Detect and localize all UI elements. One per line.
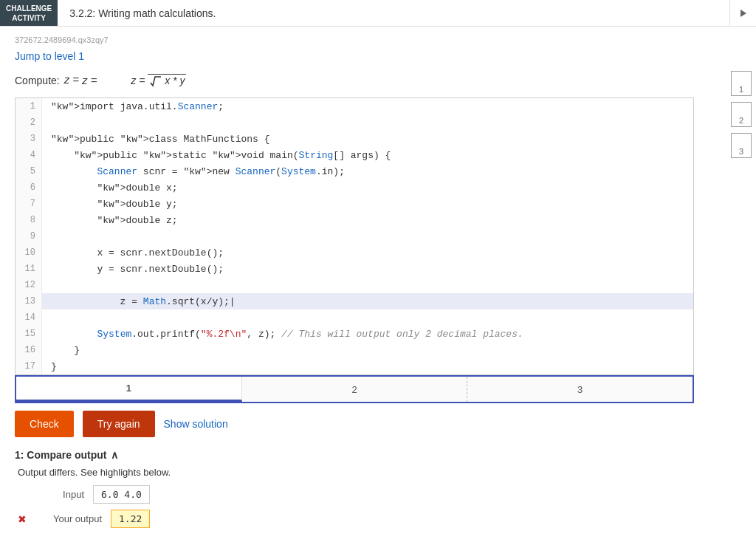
output-differ-msg: Output differs. See highlights below. (18, 467, 741, 478)
line-number: 2 (16, 114, 42, 131)
level-btn-1[interactable]: 1 (731, 71, 752, 96)
line-content[interactable]: y = scnr.nextDouble(); (42, 264, 693, 275)
svg-text:z =: z = (82, 74, 97, 86)
code-editor[interactable]: 1"kw">import java.util.Scanner;23"kw">pu… (15, 97, 694, 375)
challenge-badge: CHALLENGE ACTIVITY (0, 0, 58, 26)
line-content[interactable]: x = scnr.nextDouble(); (42, 247, 693, 258)
sqrt-icon (149, 75, 161, 87)
code-line-6[interactable]: 6 "kw">double x; (16, 179, 693, 196)
compare-header[interactable]: 1: Compare output ∧ (15, 449, 741, 461)
compare-body: Output differs. See highlights below. In… (15, 467, 741, 528)
line-number: 15 (16, 326, 42, 342)
header-bar: CHALLENGE ACTIVITY 3.2.2: Writing math c… (0, 0, 756, 27)
formula-label: Compute: (15, 75, 60, 86)
right-panel: 123 (726, 27, 756, 161)
line-number: 6 (16, 179, 42, 196)
line-content[interactable]: } (42, 345, 693, 356)
code-line-12[interactable]: 12 (16, 277, 693, 293)
test-tab-1[interactable]: 1 (16, 377, 242, 402)
code-line-13[interactable]: 13 z = Math.sqrt(x/y);| (16, 293, 693, 309)
code-line-10[interactable]: 10 x = scnr.nextDouble(); (16, 244, 693, 261)
input-label: Input (18, 489, 84, 500)
code-line-2[interactable]: 2 (16, 114, 693, 131)
test-tab-3[interactable]: 3 (467, 377, 693, 402)
line-content[interactable]: "kw">public "kw">class MathFunctions { (42, 134, 693, 145)
action-row: Check Try again Show solution (15, 411, 741, 437)
line-number: 13 (16, 293, 42, 309)
formula-text: Compute: z = z = z = x * y (15, 72, 741, 89)
compare-header-text: 1: Compare output (15, 449, 106, 461)
code-line-7[interactable]: 7 "kw">double y; (16, 196, 693, 212)
show-solution-button[interactable]: Show solution (164, 418, 228, 430)
line-number: 17 (16, 358, 42, 374)
code-line-11[interactable]: 11 y = scnr.nextDouble(); (16, 261, 693, 277)
compare-section: 1: Compare output ∧ Output differs. See … (15, 449, 741, 528)
header-title: 3.2.2: Writing math calculations. (58, 7, 729, 19)
line-number: 8 (16, 212, 42, 228)
line-content[interactable]: "kw">import java.util.Scanner; (42, 101, 693, 112)
code-line-14[interactable]: 14 (16, 309, 693, 326)
chevron-up-icon: ∧ (111, 449, 118, 461)
input-row: Input 6.0 4.0 (18, 485, 741, 504)
line-content[interactable]: System.out.printf("%.2f\n", z); // This … (42, 329, 693, 340)
line-content[interactable]: Scanner scnr = "kw">new Scanner(System.i… (42, 166, 693, 177)
line-number: 11 (16, 261, 42, 277)
line-content[interactable]: "kw">double z; (42, 215, 693, 226)
output-label: Your output (35, 513, 102, 524)
code-line-15[interactable]: 15 System.out.printf("%.2f\n", z); // Th… (16, 326, 693, 342)
code-line-9[interactable]: 9 (16, 228, 693, 244)
line-number: 14 (16, 309, 42, 326)
code-line-5[interactable]: 5 Scanner scnr = "kw">new Scanner(System… (16, 163, 693, 179)
header-nav-arrow[interactable] (729, 0, 756, 27)
line-number: 1 (16, 98, 42, 114)
line-number: 10 (16, 244, 42, 261)
level-btn-3[interactable]: 3 (731, 133, 752, 158)
line-number: 4 (16, 147, 42, 163)
level-btn-2[interactable]: 2 (731, 102, 752, 127)
input-value: 6.0 4.0 (93, 485, 150, 504)
line-number: 16 (16, 342, 42, 358)
test-tabs: 123 (15, 375, 694, 403)
formula-display: z = x * y (131, 74, 186, 87)
badge-text: CHALLENGE ACTIVITY (6, 4, 52, 23)
check-button[interactable]: Check (15, 411, 74, 437)
svg-marker-0 (740, 10, 746, 17)
formula-math: z = z = (64, 72, 127, 89)
code-line-16[interactable]: 16 } (16, 342, 693, 358)
code-line-1[interactable]: 1"kw">import java.util.Scanner; (16, 98, 693, 114)
output-row: ✖ Your output 1.22 (18, 510, 741, 528)
line-number: 7 (16, 196, 42, 212)
line-number: 9 (16, 228, 42, 244)
line-number: 5 (16, 163, 42, 179)
line-number: 12 (16, 277, 42, 293)
code-line-4[interactable]: 4 "kw">public "kw">static "kw">void main… (16, 147, 693, 163)
error-icon: ✖ (18, 513, 27, 525)
line-content[interactable]: z = Math.sqrt(x/y);| (42, 296, 693, 307)
code-line-8[interactable]: 8 "kw">double z; (16, 212, 693, 228)
line-content[interactable]: "kw">public "kw">static "kw">void main(S… (42, 150, 693, 161)
output-value: 1.22 (111, 510, 150, 528)
line-content[interactable]: "kw">double x; (42, 182, 693, 193)
try-again-button[interactable]: Try again (83, 411, 155, 437)
breadcrumb: 372672.2489694.qx3zqy7 (15, 35, 741, 44)
jump-to-level-link[interactable]: Jump to level 1 (15, 50, 84, 62)
code-line-17[interactable]: 17} (16, 358, 693, 374)
test-tab-2[interactable]: 2 (242, 377, 468, 402)
main-content: 372672.2489694.qx3zqy7 Jump to level 1 C… (0, 27, 756, 543)
line-number: 3 (16, 131, 42, 147)
code-line-3[interactable]: 3"kw">public "kw">class MathFunctions { (16, 131, 693, 147)
line-content[interactable]: } (42, 361, 693, 372)
line-content[interactable]: "kw">double y; (42, 199, 693, 210)
